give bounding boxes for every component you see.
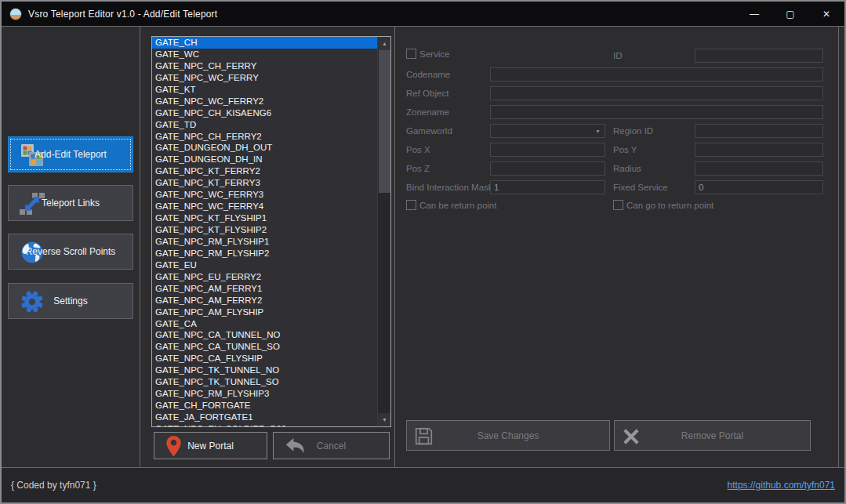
status-bar: { Coded by tyfn071 } https://github.com/… [2,467,844,502]
can-be-return-point-label: Can be return point [419,201,496,210]
service-label: Service [419,49,449,59]
pos-x-label: Pos X [406,143,430,157]
list-item[interactable]: GATE_NPC_AM_FERRY1 [152,283,377,295]
gameworld-label: Gameworld [406,124,452,138]
save-changes-label: Save Changes [477,430,539,441]
list-item[interactable]: GATE_CH [152,37,377,49]
list-item[interactable]: GATE_NPC_EU_SOLDIER_B00 [152,423,377,427]
sidebar-item-label: Teleport Links [9,198,133,208]
radius-label: Radius [613,161,641,176]
credit-text: { Coded by tyfn071 } [11,480,96,491]
list-item[interactable]: GATE_NPC_CH_KISAENG6 [152,107,377,119]
list-item[interactable]: GATE_KT [152,84,377,96]
region-id-field[interactable] [695,124,823,138]
new-portal-button[interactable]: New Portal [154,432,267,459]
cancel-button[interactable]: Cancel [273,432,390,459]
radius-field[interactable] [695,161,823,176]
maximize-button[interactable]: ▢ [772,2,808,26]
list-item[interactable]: GATE_NPC_CA_FLYSHIP [152,353,377,364]
list-item[interactable]: GATE_CH_FORTGATE [152,400,377,412]
id-field[interactable] [695,49,823,63]
sidebar-item-label: Add-Edit Teleport [9,149,133,160]
list-item[interactable]: GATE_NPC_KT_FLYSHIP1 [152,212,377,224]
pos-y-label: Pos Y [613,143,637,157]
list-item[interactable]: GATE_NPC_AM_FERRY2 [152,295,377,306]
close-button[interactable]: ✕ [808,2,844,26]
list-item[interactable]: GATE_NPC_RM_FLYSHIP3 [152,388,377,400]
pos-z-field[interactable] [490,161,605,176]
pos-y-field[interactable] [695,143,823,157]
gate-list: GATE_CHGATE_WCGATE_NPC_CH_FERRYGATE_NPC_… [152,37,377,427]
gate-listbox[interactable]: GATE_CHGATE_WCGATE_NPC_CH_FERRYGATE_NPC_… [151,36,391,427]
list-item[interactable]: GATE_WC [152,49,377,60]
id-label: ID [613,49,623,63]
minimize-button[interactable]: — [736,2,772,26]
codename-label: Codename [406,67,450,82]
list-item[interactable]: GATE_JA_FORTGATE1 [152,412,377,423]
list-item[interactable]: GATE_NPC_CH_FERRY2 [152,131,377,143]
list-item[interactable]: GATE_NPC_TK_TUNNEL_SO [152,376,377,388]
list-item[interactable]: GATE_NPC_TK_TUNNEL_NO [152,364,377,376]
save-changes-button[interactable]: Save Changes [406,420,610,451]
sidebar-item-settings[interactable]: Settings [8,283,133,319]
floppy-disk-icon [414,426,434,449]
chevron-down-icon: ▼ [595,129,601,134]
list-item[interactable]: GATE_NPC_CA_TUNNEL_NO [152,329,377,341]
list-item[interactable]: GATE_TD [152,119,377,131]
scrollbar-thumb[interactable] [379,50,390,193]
ref-object-label: Ref Object [406,86,448,100]
list-item[interactable]: GATE_NPC_RM_FLYSHIP1 [152,236,377,248]
window-title: Vsro Teleport Editor v1.0 - Add/Edit Tel… [28,9,217,20]
list-item[interactable]: GATE_NPC_CH_FERRY [152,60,377,72]
list-item[interactable]: GATE_NPC_WC_FERRY3 [152,189,377,201]
checkbox-box [406,200,416,210]
app-icon [9,8,22,20]
pos-x-field[interactable] [490,143,605,157]
can-go-to-return-point-checkbox[interactable]: Can go to return point [613,200,713,210]
remove-x-icon [622,427,641,449]
ref-object-field[interactable] [490,86,823,100]
scroll-down-icon[interactable]: ▼ [378,413,391,426]
list-item[interactable]: GATE_NPC_WC_FERRY [152,72,377,84]
sidebar: Add-Edit Teleport Teleport Links [2,27,140,469]
can-go-to-return-point-label: Can go to return point [626,201,713,210]
sidebar-item-label: Reverse Scroll Points [9,246,133,257]
list-item[interactable]: GATE_NPC_RM_FLYSHIP2 [152,248,377,259]
list-item[interactable]: GATE_NPC_KT_FLYSHIP2 [152,224,377,236]
list-scrollbar[interactable]: ▲ ▼ [377,37,390,426]
back-arrow-icon [285,437,307,459]
sidebar-item-reverse-scroll-points[interactable]: Reverse Scroll Points [8,234,133,270]
scroll-up-icon[interactable]: ▲ [378,37,391,50]
sidebar-item-add-edit-teleport[interactable]: Add-Edit Teleport [8,136,133,172]
remove-portal-button[interactable]: Remove Portal [614,420,811,451]
map-pin-icon [165,435,182,460]
list-item[interactable]: GATE_CA [152,318,377,330]
list-item[interactable]: GATE_NPC_WC_FERRY2 [152,96,377,107]
codename-field[interactable] [490,67,823,82]
pos-z-label: Pos Z [406,161,430,176]
list-item[interactable]: GATE_NPC_EU_FERRY2 [152,271,377,283]
github-link[interactable]: https://github.com/tyfn071 [728,480,835,491]
list-item[interactable]: GATE_NPC_AM_FLYSHIP [152,306,377,318]
remove-portal-label: Remove Portal [681,430,743,441]
list-item[interactable]: GATE_NPC_KT_FERRY2 [152,165,377,177]
list-item[interactable]: GATE_NPC_WC_FERRY4 [152,201,377,212]
list-item[interactable]: GATE_NPC_KT_FERRY3 [152,177,377,189]
fixed-service-field[interactable] [695,180,823,194]
title-bar: Vsro Teleport Editor v1.0 - Add/Edit Tel… [2,2,844,26]
checkbox-box [406,49,416,59]
list-item[interactable]: GATE_NPC_CA_TUNNEL_SO [152,341,377,353]
zonename-field[interactable] [490,105,823,119]
can-be-return-point-checkbox[interactable]: Can be return point [406,200,496,210]
gameworld-dropdown[interactable]: ▼ [490,124,605,138]
main-area: Add-Edit Teleport Teleport Links [2,27,844,469]
zonename-label: Zonename [406,105,449,119]
checkbox-box [613,200,623,210]
list-item[interactable]: GATE_DUNGEON_DH_OUT [152,142,377,154]
window-controls: — ▢ ✕ [736,2,844,26]
sidebar-item-teleport-links[interactable]: Teleport Links [8,185,133,221]
list-item[interactable]: GATE_EU [152,259,377,271]
service-checkbox[interactable]: Service [406,49,449,59]
bind-interaction-mask-field[interactable] [490,180,605,194]
list-item[interactable]: GATE_DUNGEON_DH_IN [152,154,377,165]
